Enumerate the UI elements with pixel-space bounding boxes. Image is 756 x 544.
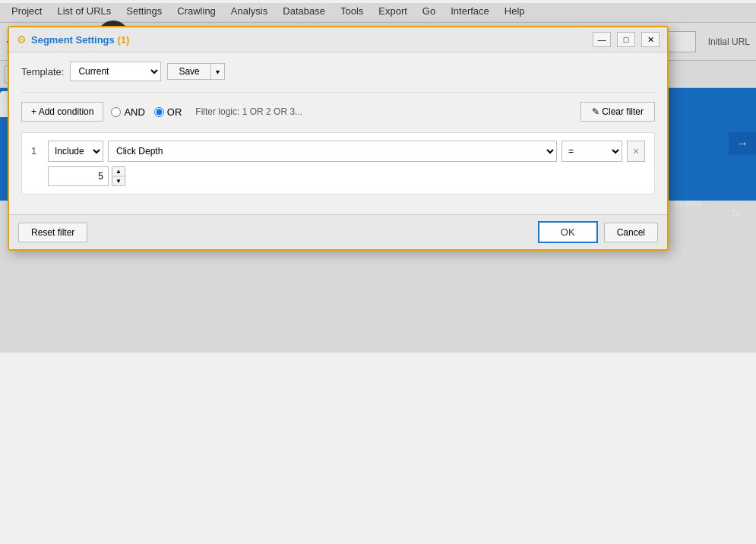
save-button[interactable]: Save xyxy=(167,63,210,80)
modal-titlebar: ⚙ Segment Settings (1) — □ ✕ xyxy=(9,27,667,52)
modal-close-button[interactable]: ✕ xyxy=(641,32,660,47)
save-dropdown-button[interactable]: ▾ xyxy=(210,63,225,80)
ok-button[interactable]: OK xyxy=(538,221,598,243)
modal-maximize-button[interactable]: □ xyxy=(617,32,635,47)
save-btn-group: Save ▾ xyxy=(167,63,224,80)
cancel-button[interactable]: Cancel xyxy=(604,223,658,242)
modal-title-text: Segment Settings (1) xyxy=(31,34,587,46)
conditions-area: 1 Include Exclude Click Depth xyxy=(21,132,655,195)
main-area: Crawled URLs 5,316 Internal URLs 5,316 (… xyxy=(0,117,756,201)
modal-minimize-button[interactable]: — xyxy=(593,32,611,47)
condition-include-select[interactable]: Include Exclude xyxy=(48,141,103,162)
spinner-buttons: ▲ ▼ xyxy=(112,166,125,186)
segment-settings-modal: ⚙ Segment Settings (1) — □ ✕ Template: C… xyxy=(8,26,669,251)
add-condition-button[interactable]: + Add condition xyxy=(21,102,103,122)
radio-and-label: AND xyxy=(124,106,144,118)
template-select[interactable]: Current xyxy=(70,62,161,81)
radio-or[interactable]: OR xyxy=(154,106,182,118)
template-label: Template: xyxy=(21,66,64,77)
radio-group: AND OR xyxy=(111,106,182,118)
reset-filter-button[interactable]: Reset filter xyxy=(18,223,87,242)
radio-or-input[interactable] xyxy=(154,107,164,117)
filter-row: + Add condition AND OR Filter logic: 1 O… xyxy=(21,92,655,122)
modal-body: Template: Current Save ▾ + Add condition xyxy=(9,52,667,214)
condition-field-select[interactable]: Click Depth xyxy=(108,141,557,162)
modal-overlay: ⚙ Segment Settings (1) — □ ✕ Template: C… xyxy=(0,3,756,353)
radio-and-input[interactable] xyxy=(111,107,121,117)
clear-filter-button[interactable]: ✎ Clear filter xyxy=(580,102,655,122)
modal-footer: Reset filter OK Cancel xyxy=(9,214,667,249)
radio-and[interactable]: AND xyxy=(111,106,144,118)
condition-row-1: 1 Include Exclude Click Depth xyxy=(31,141,645,186)
spinner-down-button[interactable]: ▼ xyxy=(112,176,125,185)
condition-delete-button[interactable]: × xyxy=(627,141,645,162)
condition-value-row: ▲ ▼ xyxy=(48,166,645,186)
modal-title-icon: ⚙ xyxy=(17,33,27,46)
condition-value-input[interactable] xyxy=(48,166,109,186)
condition-controls: Include Exclude Click Depth = != > xyxy=(48,141,645,186)
condition-top: Include Exclude Click Depth = != > xyxy=(48,141,645,162)
radio-or-label: OR xyxy=(167,106,182,118)
spinner-up-button[interactable]: ▲ xyxy=(112,167,125,176)
filter-logic-text: Filter logic: 1 OR 2 OR 3... xyxy=(195,106,302,117)
template-row: Template: Current Save ▾ xyxy=(21,62,655,81)
condition-number: 1 xyxy=(31,141,43,157)
condition-operator-select[interactable]: = != > < xyxy=(561,141,622,162)
